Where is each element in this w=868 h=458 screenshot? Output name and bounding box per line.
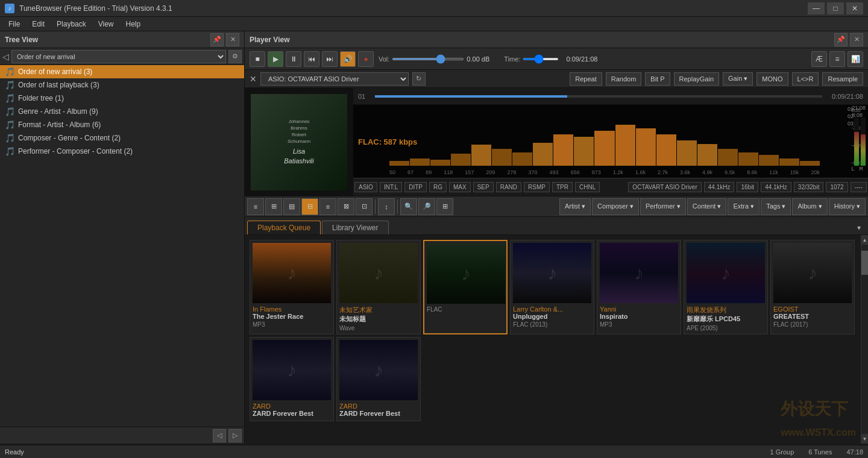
pause-button[interactable]: ⏸ <box>286 51 301 67</box>
lib-view-btn-4[interactable]: ⊟ <box>301 198 318 215</box>
tree-dropdown[interactable]: Order of new arrival <box>11 50 226 63</box>
tree-item-6[interactable]: 🎵Performer - Composer - Content (2) <box>0 145 244 158</box>
next-button[interactable]: ⏭ <box>322 51 338 67</box>
repeat-button[interactable]: Repeat <box>570 72 602 86</box>
album-card-2[interactable]: ♪ FLAC <box>423 240 508 334</box>
tags-dropdown[interactable]: Tags ▾ <box>761 198 791 215</box>
album-card-3[interactable]: ♪ Larry Carlton &... Unplugged FLAC (201… <box>510 240 594 334</box>
gain-button[interactable]: Gain ▾ <box>723 72 753 86</box>
lib-separator-1 <box>375 199 376 214</box>
album-dropdown[interactable]: Album ▾ <box>792 198 827 215</box>
scroll-up-button[interactable]: ▲ <box>861 235 868 245</box>
lib-view-btn-3[interactable]: ▤ <box>283 198 300 215</box>
composer-dropdown[interactable]: Composer ▾ <box>592 198 639 215</box>
player-title: Player View <box>250 36 290 44</box>
player-pin-button[interactable]: 📌 <box>834 33 848 46</box>
vol-slider[interactable] <box>392 58 464 60</box>
spec-bar-8 <box>553 134 573 166</box>
content-dropdown[interactable]: Content ▾ <box>687 198 727 215</box>
freq-1k2: 1.2k <box>613 169 623 175</box>
tree-close-button[interactable]: ✕ <box>226 33 239 46</box>
tree-forward-button[interactable]: ▷ <box>228 429 242 442</box>
tree-item-0[interactable]: 🎵Order of new arrival (3) <box>0 65 244 78</box>
scroll-thumb[interactable] <box>861 251 868 275</box>
player-close-button[interactable]: ✕ <box>850 33 863 46</box>
time-slider[interactable] <box>523 58 559 60</box>
tree-back-button[interactable]: ◁ <box>213 429 226 442</box>
close-button[interactable]: ✕ <box>846 2 863 14</box>
menu-item-file[interactable]: File <box>2 19 26 30</box>
middle-area: Johannes Brahms Robert Schumann Lisa Bat… <box>245 88 868 196</box>
resample-button[interactable]: Resample <box>822 72 863 86</box>
album-card-0[interactable]: ♪ In Flames The Jester Race MP3 <box>250 240 334 334</box>
vol-label: Vol: <box>379 55 389 63</box>
record-button[interactable]: ● <box>358 51 374 67</box>
play-button[interactable]: ▶ <box>268 51 283 67</box>
freq-3k6: 3.6k <box>680 169 690 175</box>
bitp-button[interactable]: Bit P <box>645 72 670 86</box>
tree-item-1[interactable]: 🎵Order of last playback (3) <box>0 78 244 92</box>
tree-item-2[interactable]: 🎵Folder tree (1) <box>0 92 244 105</box>
album-card-5[interactable]: ♪ 雨果发烧系列 新靡靡乐 LPCD45 APE (2005) <box>684 240 768 334</box>
stop-button[interactable]: ■ <box>250 51 265 67</box>
menu-item-help[interactable]: Help <box>120 19 147 30</box>
performer-dropdown[interactable]: Performer ▾ <box>640 198 686 215</box>
artist-dropdown[interactable]: Artist ▾ <box>559 198 591 215</box>
lib-view-btn-5[interactable]: ≡ <box>319 198 336 215</box>
tree-item-3[interactable]: 🎵Genre - Artist - Album (9) <box>0 105 244 118</box>
extra-dropdown[interactable]: Extra ▾ <box>728 198 760 215</box>
prev-button[interactable]: ⏮ <box>304 51 319 67</box>
tree-item-4[interactable]: 🎵Format - Artist - Album (6) <box>0 118 244 131</box>
view-btn-1[interactable]: Æ <box>811 51 827 67</box>
lib-view-btn-6[interactable]: ⊠ <box>338 198 354 215</box>
album-artist-0: In Flames <box>253 306 331 313</box>
lib-search-button[interactable]: 🔍 <box>400 198 417 215</box>
tree-settings-button[interactable]: ⚙ <box>228 50 242 63</box>
menu-item-edit[interactable]: Edit <box>26 19 51 30</box>
spec-bar-16 <box>718 149 738 166</box>
album-card-8[interactable]: ♪ ZARD ZARD Forever Best <box>336 337 421 421</box>
view-btn-3[interactable]: 📊 <box>848 51 863 67</box>
album-card-6[interactable]: ♪ EGOIST GREATEST FLAC (2017) <box>770 240 855 334</box>
history-dropdown[interactable]: History ▾ <box>829 198 866 215</box>
view-btn-2[interactable]: ≡ <box>829 51 845 67</box>
tree-item-icon-2: 🎵 <box>5 93 14 103</box>
replaygain-button[interactable]: ReplayGain <box>674 72 719 86</box>
album-cover-1: ♪ <box>339 243 418 303</box>
tab-library-viewer[interactable]: Library Viewer <box>322 221 388 234</box>
random-button[interactable]: Random <box>606 72 642 86</box>
tab-expand-button[interactable]: ▾ <box>852 221 866 234</box>
lib-filter-button[interactable]: ⊞ <box>436 198 453 215</box>
tree-footer: ◁ ▷ <box>0 427 244 444</box>
device-close-icon[interactable]: ✕ <box>250 74 257 84</box>
status-ditp: DITP <box>404 182 427 192</box>
vol-icon-button[interactable]: 🔊 <box>340 51 356 67</box>
tab-playback-queue[interactable]: Playback Queue <box>247 221 321 234</box>
album-card-4[interactable]: ♪ Yanni Inspirato MP3 <box>597 240 681 334</box>
lib-view-btn-7[interactable]: ⊡ <box>356 198 373 215</box>
minimize-button[interactable]: — <box>808 2 825 14</box>
device-refresh-button[interactable]: ↻ <box>412 72 426 86</box>
lib-view-btn-2[interactable]: ⊞ <box>265 198 282 215</box>
spectrum-viz: FLAC: 587 kbps 0dB -20dB -40dB -60dB <box>353 105 868 178</box>
r-channel-fill <box>861 134 866 166</box>
lr-button[interactable]: L<>R <box>792 72 819 86</box>
scroll-down-button[interactable]: ▼ <box>861 434 868 444</box>
menu-item-playback[interactable]: Playback <box>51 19 92 30</box>
tree-nav-icon: ◁ <box>2 52 9 61</box>
lib-view-btn-1[interactable]: ≡ <box>247 198 264 215</box>
menu-item-view[interactable]: View <box>92 19 120 30</box>
tree-pin-button[interactable]: 📌 <box>210 33 224 46</box>
album-card-7[interactable]: ♪ ZARD ZARD Forever Best <box>250 337 334 421</box>
track-progress-bar[interactable] <box>375 95 822 98</box>
statusbar: Ready 1 Group 6 Tunes 47:18 <box>0 445 868 458</box>
album-card-1[interactable]: ♪ 未知艺术家 未知标题 Wave <box>336 240 421 334</box>
mono-button[interactable]: MONO <box>756 72 788 86</box>
device-select[interactable]: ASIO: OCTAVART ASIO Driver <box>260 72 409 86</box>
maximize-button[interactable]: □ <box>827 2 844 14</box>
lib-sort-button[interactable]: ↕ <box>378 198 395 215</box>
lr-label: L R <box>851 166 863 172</box>
album-cover-4: ♪ <box>600 243 678 303</box>
tree-item-5[interactable]: 🎵Composer - Genre - Content (2) <box>0 131 244 145</box>
lib-zoom-button[interactable]: 🔎 <box>418 198 435 215</box>
